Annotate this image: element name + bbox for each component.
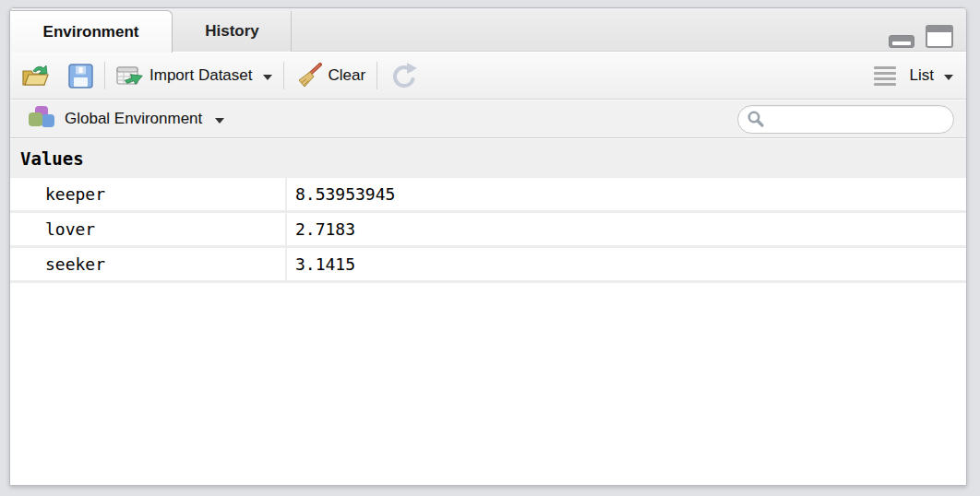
- toolbar-separator: [283, 62, 284, 89]
- object-name: seeker: [10, 248, 287, 280]
- caret-down-icon: [944, 75, 953, 80]
- list-view-icon: [874, 66, 896, 86]
- environment-panel: Environment History: [9, 7, 967, 486]
- toolbar-separator: [376, 62, 377, 89]
- search-icon: [747, 110, 765, 128]
- clear-button[interactable]: Clear: [295, 63, 366, 89]
- tab-environment-label: Environment: [43, 23, 139, 41]
- minimize-pane-icon[interactable]: [889, 35, 914, 48]
- refresh-icon[interactable]: [388, 62, 418, 89]
- table-row[interactable]: lover 2.7183: [10, 213, 966, 248]
- values-section-header: Values: [10, 139, 966, 178]
- pane-window-controls: [889, 25, 953, 48]
- refresh-svg: [388, 62, 418, 89]
- object-value: 8.53953945: [287, 178, 966, 210]
- table-row[interactable]: seeker 3.1415: [10, 248, 966, 283]
- maximize-pane-icon[interactable]: [926, 25, 953, 48]
- tab-strip: Environment History: [10, 8, 966, 52]
- toolbar-separator: [104, 62, 105, 89]
- search-input[interactable]: [769, 112, 944, 127]
- save-icon[interactable]: [68, 64, 93, 89]
- object-name: lover: [10, 213, 287, 245]
- tab-history-label: History: [205, 22, 259, 41]
- values-section-title: Values: [20, 148, 84, 169]
- search-box: [737, 105, 954, 134]
- import-dataset-icon: [116, 65, 144, 88]
- environment-scope-bar: Global Environment: [10, 100, 966, 138]
- tab-environment[interactable]: Environment: [10, 10, 173, 53]
- folder-open-svg: [21, 63, 52, 89]
- global-environment-label: Global Environment: [65, 110, 202, 128]
- object-value: 2.7183: [287, 213, 966, 245]
- object-name: keeper: [10, 178, 287, 210]
- rstudio-environment-pane: Environment History: [0, 0, 980, 496]
- import-dataset-button[interactable]: Import Dataset: [116, 65, 272, 88]
- environment-object-list: Values keeper 8.53953945 lover 2.7183 se…: [10, 139, 966, 485]
- broom-icon: [295, 63, 323, 89]
- tab-history[interactable]: History: [173, 11, 292, 52]
- save-svg: [68, 64, 93, 89]
- table-row[interactable]: keeper 8.53953945: [10, 178, 966, 213]
- caret-down-icon: [215, 118, 224, 124]
- view-mode-label: List: [910, 66, 934, 85]
- folder-open-icon[interactable]: [21, 63, 52, 89]
- environment-toolbar: Import Dataset Clear: [10, 53, 966, 100]
- global-environment-dropdown[interactable]: Global Environment: [27, 105, 224, 133]
- object-value: 3.1415: [287, 248, 966, 280]
- view-mode-button[interactable]: List: [874, 66, 953, 86]
- import-dataset-label: Import Dataset: [149, 66, 253, 85]
- global-environment-icon: [27, 105, 56, 133]
- caret-down-icon: [263, 75, 272, 80]
- clear-label: Clear: [329, 66, 366, 85]
